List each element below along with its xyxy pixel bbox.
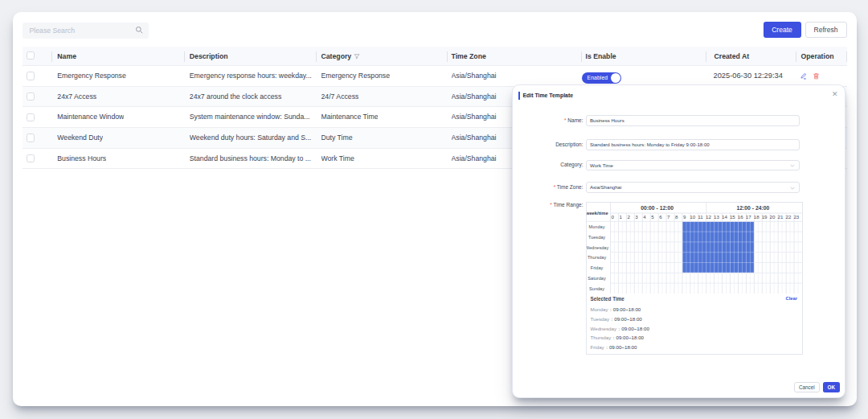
svg-text:Saturday: Saturday — [588, 276, 606, 281]
svg-text:23: 23 — [793, 214, 799, 220]
svg-text:Wednesday: Wednesday — [587, 244, 608, 249]
svg-text:13: 13 — [714, 214, 719, 220]
svg-text:17: 17 — [746, 214, 751, 220]
svg-text:12: 12 — [706, 214, 711, 220]
svg-text:14: 14 — [722, 214, 727, 220]
svg-text:Monday: Monday — [589, 224, 605, 229]
svg-text:22: 22 — [785, 214, 791, 220]
svg-text:6: 6 — [659, 214, 662, 220]
svg-text:16: 16 — [738, 214, 743, 220]
svg-text:1: 1 — [619, 214, 622, 220]
svg-text:7: 7 — [667, 214, 670, 220]
svg-text:15: 15 — [730, 214, 735, 220]
svg-text:0: 0 — [612, 214, 615, 220]
svg-text:00:00 - 12:00: 00:00 - 12:00 — [641, 205, 674, 211]
svg-text:9: 9 — [683, 214, 686, 220]
svg-text:11: 11 — [698, 214, 703, 220]
svg-text:5: 5 — [651, 214, 654, 220]
svg-text:8: 8 — [675, 214, 678, 220]
svg-text:4: 4 — [643, 214, 646, 220]
svg-text:3: 3 — [635, 214, 638, 220]
svg-text:2: 2 — [627, 214, 630, 220]
svg-text:10: 10 — [690, 214, 695, 220]
svg-text:20: 20 — [770, 214, 776, 220]
svg-text:12:00 - 24:00: 12:00 - 24:00 — [736, 205, 769, 211]
svg-text:Tuesday: Tuesday — [588, 234, 605, 239]
svg-text:week/time: week/time — [587, 210, 608, 215]
svg-text:21: 21 — [778, 214, 784, 220]
svg-text:Friday: Friday — [591, 265, 604, 270]
svg-text:19: 19 — [762, 214, 768, 220]
svg-text:18: 18 — [754, 214, 760, 220]
svg-text:Sunday: Sunday — [589, 285, 604, 290]
svg-text:Thursday: Thursday — [588, 255, 607, 260]
